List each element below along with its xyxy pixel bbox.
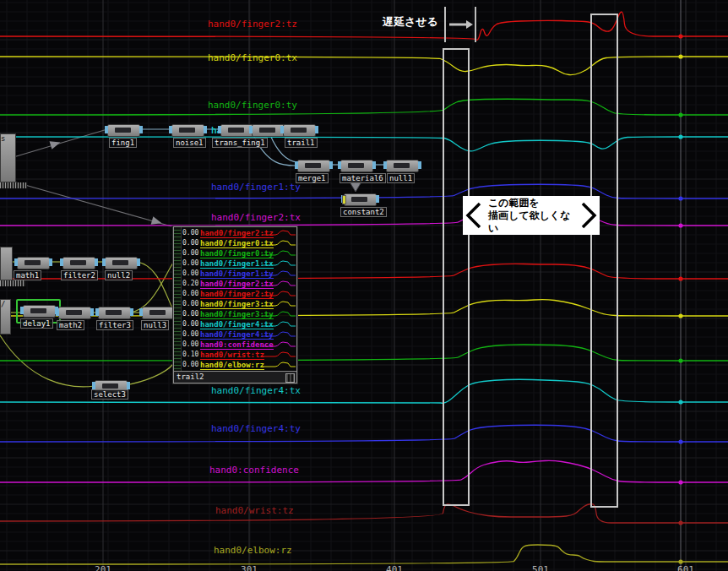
input-connector[interactable] [20, 307, 24, 314]
node-merge1[interactable] [297, 160, 330, 172]
input-connector[interactable] [218, 126, 221, 133]
keyframe-dot[interactable] [678, 520, 682, 525]
channel-label[interactable]: hand0:confidence [209, 465, 299, 476]
node-name-null2[interactable]: null2 [105, 270, 133, 280]
trail2-node-title-bar[interactable]: trail2 [174, 371, 296, 383]
node-null2[interactable] [105, 257, 138, 269]
channel-label[interactable]: hand0/finger0:tx [208, 52, 297, 63]
node-math2[interactable] [58, 307, 91, 319]
node-material6[interactable] [340, 160, 373, 172]
channel-curve-hand0-finger0-tx[interactable] [0, 57, 728, 75]
channel-label[interactable]: hand0/finger2:tx [211, 212, 301, 223]
node-name-delay1[interactable]: delay1 [20, 318, 53, 329]
channel-row-hand0-finger0-ty[interactable]: 0.00hand0/finger0:ty [182, 248, 296, 258]
keyframe-dot[interactable] [678, 112, 682, 117]
input-connector[interactable] [249, 126, 253, 133]
exclusion-range-box[interactable] [443, 49, 469, 505]
output-connector[interactable] [139, 126, 143, 133]
output-connector[interactable] [127, 382, 130, 389]
keyframe-dot[interactable] [678, 439, 682, 443]
channel-row-hand0-elbow-rz[interactable]: 0.00hand0/elbow:rz [182, 360, 296, 370]
input-connector[interactable] [14, 258, 18, 266]
node-name-merge1[interactable]: merge1 [296, 173, 329, 183]
keyframe-dot[interactable] [678, 400, 682, 404]
output-connector[interactable] [130, 308, 133, 316]
channel-row-hand0-finger3-ty[interactable]: 0.00hand0/finger3:ty [182, 309, 296, 319]
wire-green[interactable] [136, 262, 173, 310]
input-connector[interactable] [338, 161, 341, 169]
channel-row-hand0-finger1-tx[interactable]: 0.00hand0/finger1:tx [182, 258, 296, 269]
input-connector[interactable] [56, 308, 59, 316]
channel-curve-hand0-confidence[interactable] [0, 460, 728, 482]
node-name-fing1[interactable]: fing1 [109, 138, 137, 148]
keyframe-dot[interactable] [678, 196, 682, 200]
node-null3[interactable] [142, 307, 175, 319]
node-fing1[interactable] [107, 124, 140, 137]
graph-flag-icon[interactable] [285, 373, 295, 383]
channel-label[interactable]: hand0/finger2:tz [208, 19, 297, 30]
channel-label[interactable]: hand0/finger4:tx [211, 385, 301, 396]
exclusion-range-box[interactable] [591, 14, 617, 507]
input-connector[interactable] [139, 308, 143, 316]
input-connector[interactable] [383, 161, 387, 169]
wire-gray[interactable] [14, 129, 107, 157]
output-connector[interactable] [137, 258, 140, 266]
node-name-null3[interactable]: null3 [141, 320, 169, 330]
input-connector[interactable] [102, 258, 106, 266]
channel-row-hand0-finger2-tx[interactable]: 0.20hand0/finger2:tx [182, 279, 296, 289]
input-connector[interactable] [341, 195, 345, 203]
channel-label[interactable]: hand0/finger4:ty [211, 423, 301, 434]
node-filter3[interactable] [98, 307, 131, 319]
keyframe-dot[interactable] [678, 134, 682, 139]
output-connector[interactable] [95, 258, 98, 266]
node-math1[interactable] [17, 257, 50, 269]
node-name-null1[interactable]: null1 [387, 173, 415, 183]
trail2-channel-table[interactable]: 0.00hand0/finger2:tz0.00hand0/finger0:tx… [173, 226, 297, 383]
channel-curve-hand0-finger0-ty[interactable] [0, 99, 728, 115]
output-connector[interactable] [329, 161, 333, 169]
output-connector[interactable] [204, 126, 207, 133]
input-connector[interactable] [169, 126, 172, 133]
node-name-select3[interactable]: select3 [91, 389, 128, 400]
channel-label[interactable]: hand0/wrist:tz [215, 505, 294, 516]
node-delay1[interactable] [23, 305, 56, 318]
node-name-noise1[interactable]: noise1 [173, 138, 206, 148]
output-connector[interactable] [90, 308, 94, 316]
keyframe-dot[interactable] [678, 480, 682, 484]
input-connector[interactable] [92, 382, 95, 389]
channel-curve-hand0-elbow-rz[interactable] [0, 545, 728, 564]
keyframe-dot[interactable] [678, 358, 682, 362]
channel-row-hand0-finger1-ty[interactable]: 0.00hand0/finger1:ty [182, 269, 296, 279]
node-noise1[interactable] [171, 124, 204, 137]
channel-label[interactable]: hand0/finger1:ty [211, 182, 301, 193]
node-name-filter2[interactable]: filter2 [61, 270, 98, 280]
channel-label[interactable]: hand0/elbow:rz [214, 545, 292, 556]
channel-row-hand0-finger4-tx[interactable]: 0.00hand0/finger4:tx [182, 319, 296, 329]
channel-label[interactable]: hand0/finger0:ty [208, 100, 297, 111]
node-name-filter3[interactable]: filter3 [96, 320, 133, 330]
input-connector[interactable] [60, 258, 63, 266]
channel-curve-hand0-finger2-tz[interactable] [0, 12, 728, 40]
node-null1[interactable] [386, 160, 419, 172]
node-trail1[interactable] [283, 124, 316, 137]
channel-row-hand0-wrist-tz[interactable]: 0.10hand0/wrist:tz [182, 350, 296, 360]
output-connector[interactable] [315, 126, 318, 133]
wire-gray[interactable] [10, 181, 171, 226]
keyframe-dot[interactable] [678, 313, 682, 318]
chop-network-canvas[interactable]: hand0/finger2:tzhand0/finger0:txhand0/fi… [0, 0, 728, 571]
output-connector[interactable] [376, 195, 379, 203]
channel-row-hand0-finger2-ty[interactable]: 0.00hand0/finger2:ty [182, 289, 296, 299]
node-name-trail1[interactable]: trail1 [285, 138, 318, 148]
input-connector[interactable] [95, 308, 99, 316]
keyframe-dot[interactable] [678, 223, 682, 227]
node-name-math2[interactable]: math2 [57, 320, 84, 330]
node-name-trans_fing1[interactable]: trans_fing1 [212, 138, 268, 148]
node-filter2[interactable] [62, 257, 95, 269]
keyframe-dot[interactable] [678, 54, 682, 58]
output-connector[interactable] [49, 258, 52, 266]
keyframe-dot[interactable] [678, 276, 682, 280]
channel-row-hand0-finger3-tx[interactable]: 0.00hand0/finger3:tx [182, 299, 296, 309]
keyframe-dot[interactable] [678, 34, 682, 38]
node-name-constant2[interactable]: constant2 [340, 207, 387, 217]
channel-row-hand0-finger2-tz[interactable]: 0.00hand0/finger2:tz [182, 228, 296, 238]
